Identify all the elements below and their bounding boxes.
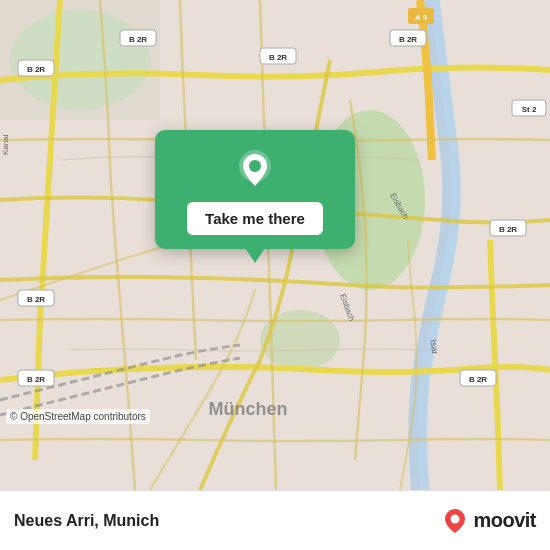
svg-text:B 2R: B 2R — [499, 225, 517, 234]
moovit-brand-text: moovit — [473, 509, 536, 532]
svg-text:B 2R: B 2R — [27, 375, 45, 384]
svg-text:B 2R: B 2R — [27, 65, 45, 74]
svg-text:B 2R: B 2R — [129, 35, 147, 44]
map-container: B 2R B 2R B 2R B 2R B 2R B 2R B 2R B 2R … — [0, 0, 550, 490]
take-me-there-button[interactable]: Take me there — [187, 202, 323, 235]
svg-point-31 — [249, 160, 261, 172]
osm-attribution: © OpenStreetMap contributors — [6, 409, 150, 424]
svg-text:Kanal: Kanal — [1, 134, 10, 155]
moovit-pin-icon — [441, 507, 469, 535]
svg-text:B 2R: B 2R — [27, 295, 45, 304]
svg-text:B 2R: B 2R — [399, 35, 417, 44]
svg-text:St 2: St 2 — [522, 105, 537, 114]
location-pin-icon — [233, 148, 277, 192]
moovit-logo: moovit — [441, 507, 536, 535]
svg-text:A 9: A 9 — [415, 13, 428, 22]
svg-text:B 2R: B 2R — [469, 375, 487, 384]
bottom-bar: Neues Arri, Munich moovit — [0, 490, 550, 550]
popup-card: Take me there — [155, 130, 355, 249]
svg-text:München: München — [209, 399, 288, 419]
svg-text:B 2R: B 2R — [269, 53, 287, 62]
svg-point-32 — [451, 514, 460, 523]
location-name: Neues Arri, Munich — [14, 512, 159, 530]
